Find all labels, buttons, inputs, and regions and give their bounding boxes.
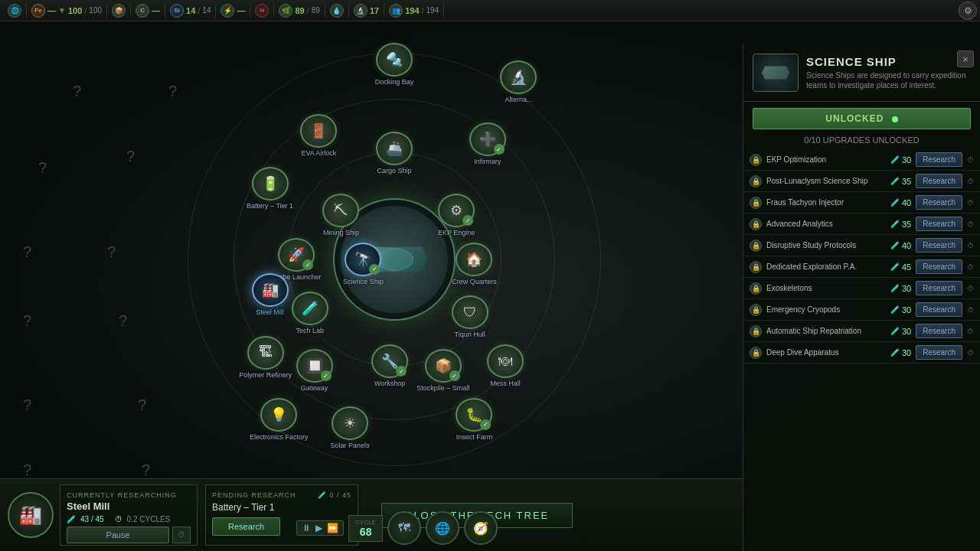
play-button[interactable]: ▶: [314, 523, 324, 533]
box-resource: 📦: [107, 4, 131, 18]
timer-icon-8[interactable]: ⏱: [967, 306, 974, 314]
unlocked-label: UNLOCKED: [825, 113, 884, 124]
unknown-node-q13: ?: [23, 461, 31, 479]
tech-node-electronics[interactable]: 💡 Electronics Factory: [257, 398, 300, 441]
cycle-display: CYCLE 68: [348, 515, 383, 542]
research-button-6[interactable]: Research: [916, 259, 962, 274]
tech-node-docking-bay[interactable]: 🔩 Docking Bay: [373, 43, 416, 86]
cargo-label: Cargo Ship: [377, 167, 411, 174]
lock-icon-10: 🔒: [750, 347, 762, 359]
research-button-3[interactable]: Research: [916, 195, 962, 210]
research-button-1[interactable]: Research: [916, 152, 962, 167]
research-row[interactable]: 🔒 Advanced Analytics 🧪35 Research ⏱: [743, 214, 980, 235]
tech-node-solar[interactable]: ☀ Solar Panels: [328, 406, 371, 449]
research-button-7[interactable]: Research: [916, 281, 962, 295]
research-row[interactable]: 🔒 Dedicated Exploration P.A. 🧪45 Researc…: [743, 256, 980, 278]
pause-playback-button[interactable]: ⏸: [300, 523, 312, 533]
polymer-label: Polymer Refinery: [239, 371, 292, 379]
research-row[interactable]: 🔒 Disruptive Study Protocols 🧪40 Researc…: [743, 235, 980, 256]
tech-node-cargo-ship[interactable]: 🚢 Cargo Ship: [373, 132, 416, 174]
battery-circle: 🔋: [252, 167, 289, 201]
timer-icon-1[interactable]: ⏱: [967, 156, 974, 164]
tech-node-infirmary[interactable]: ➕ ✓ Infirmary: [466, 122, 509, 165]
silicon-max: 14: [202, 6, 211, 15]
pause-button[interactable]: Pause: [67, 527, 169, 543]
tech-node-polymer[interactable]: 🏗 Polymer Refinery: [244, 336, 287, 379]
pause-timer-button[interactable]: ⏱: [172, 527, 191, 543]
gateway-circle: 🔲 ✓: [296, 349, 333, 383]
panel-description: Science Ships are designed to carry expe…: [806, 70, 971, 90]
compass-button[interactable]: 🧭: [464, 511, 498, 545]
research-button-10[interactable]: Research: [916, 345, 962, 360]
start-research-button[interactable]: Research: [212, 517, 280, 536]
planet-button[interactable]: 🌐: [426, 511, 459, 545]
research-name-9: Automatic Ship Repatriation: [766, 327, 886, 336]
timer-icon-10[interactable]: ⏱: [967, 349, 974, 357]
research-row[interactable]: 🔒 Post-Lunaclysm Science Ship 🧪35 Resear…: [743, 171, 980, 192]
tech-node-science-ship[interactable]: 🔭 ✓ Science Ship: [341, 243, 384, 285]
timer-icon-5[interactable]: ⏱: [967, 242, 974, 249]
alternative-circle: 🔬: [500, 60, 537, 94]
infirmary-circle: ➕ ✓: [469, 122, 506, 156]
tech-node-alternative[interactable]: 🔬 Alterna...: [497, 60, 540, 103]
research-row[interactable]: 🔒 Exoskeletons 🧪30 Research ⏱: [743, 278, 980, 299]
tech-node-mess-hall[interactable]: 🍽 Mess Hall: [484, 344, 527, 387]
fast-forward-button[interactable]: ⏩: [325, 523, 340, 533]
globe-resource: 🌐: [3, 4, 27, 18]
power-icon: ⚡: [220, 4, 234, 18]
tech-node-stockpile[interactable]: 📦 ✓ Stockpile – Small: [422, 349, 465, 392]
iron-resource: Fe — ▼ 100 / 100: [27, 4, 107, 18]
mining-label: Mining Ship: [323, 229, 359, 236]
research-button-9[interactable]: Research: [916, 324, 962, 338]
panel-close-button[interactable]: ×: [957, 51, 974, 67]
tech-node-crew-quarters[interactable]: 🏠 Crew Quarters: [452, 243, 495, 285]
map-button[interactable]: 🗺: [387, 511, 421, 545]
ekp-check: ✓: [462, 215, 473, 226]
infirmary-label: Infirmary: [474, 158, 501, 165]
timer-icon-4[interactable]: ⏱: [967, 220, 974, 228]
research-row[interactable]: 🔒 EKP Optimization 🧪30 Research ⏱: [743, 149, 980, 171]
tech-node-eva-airlock[interactable]: 🚪 EVA Airlock: [297, 114, 340, 157]
research-cost-3: 🧪40: [890, 198, 911, 207]
tech-node-steel-mill[interactable]: 🏭 Steel Mill: [249, 273, 292, 316]
research-controls: Pause ⏱: [67, 527, 191, 543]
globe-icon: 🌐: [8, 4, 21, 18]
research-button-4[interactable]: Research: [916, 217, 962, 231]
tech-node-gateway[interactable]: 🔲 ✓ Gateway: [293, 349, 336, 392]
research-cost-8: 🧪30: [890, 305, 911, 315]
tech-node-workshop[interactable]: 🔧 ✓ Workshop: [368, 344, 411, 387]
panel-header: Science Ship Science Ships are designed …: [743, 44, 980, 102]
tech-node-battery[interactable]: 🔋 Battery – Tier 1: [249, 167, 292, 210]
research-button-5[interactable]: Research: [916, 238, 962, 253]
docking-bay-label: Docking Bay: [375, 78, 414, 86]
timer-icon-2[interactable]: ⏱: [967, 178, 974, 185]
tech-node-ekp-engine[interactable]: ⚙ ✓ EKP Engine: [435, 194, 478, 236]
tech-node-tech-lab[interactable]: 🧪 Tech Lab: [289, 292, 332, 334]
tiqun-label: Tiqun Hull: [455, 331, 485, 338]
progress-flask-icon: 🧪: [67, 515, 76, 523]
research-row[interactable]: 🔒 Emergency Cryopods 🧪30 Research ⏱: [743, 299, 980, 321]
settings-button[interactable]: ⚙: [959, 2, 977, 20]
tech-node-insect-farm[interactable]: 🐛 ✓ Insect Farm: [452, 398, 495, 441]
research-row[interactable]: 🔒 Deep Dive Apparatus 🧪30 Research ⏱: [743, 342, 980, 364]
research-name-6: Dedicated Exploration P.A.: [766, 262, 886, 272]
science-ship-check: ✓: [369, 264, 380, 275]
science-resource: 🔬 17: [349, 4, 384, 18]
cargo-circle: 🚢: [376, 132, 413, 165]
timer-icon-6[interactable]: ⏱: [967, 263, 974, 271]
current-research-icon: 🏭: [8, 492, 54, 538]
tiqun-circle: 🛡: [452, 295, 488, 329]
research-row[interactable]: 🔒 Automatic Ship Repatriation 🧪30 Resear…: [743, 321, 980, 342]
lock-icon-5: 🔒: [750, 240, 762, 252]
lock-icon-1: 🔒: [750, 154, 762, 166]
research-button-2[interactable]: Research: [916, 174, 962, 188]
pending-cost-value: 0 / 45: [329, 491, 351, 499]
battery-label: Battery – Tier 1: [247, 202, 293, 210]
research-row[interactable]: 🔒 Fraus Tachyon Injector 🧪40 Research ⏱: [743, 192, 980, 214]
tech-node-tiqun[interactable]: 🛡 Tiqun Hull: [449, 295, 492, 338]
research-button-8[interactable]: Research: [916, 302, 962, 317]
timer-icon-3[interactable]: ⏱: [967, 199, 974, 207]
timer-icon-9[interactable]: ⏱: [967, 328, 974, 335]
timer-icon-7[interactable]: ⏱: [967, 285, 974, 292]
tech-node-mining-ship[interactable]: ⛏ Mining Ship: [319, 194, 362, 236]
